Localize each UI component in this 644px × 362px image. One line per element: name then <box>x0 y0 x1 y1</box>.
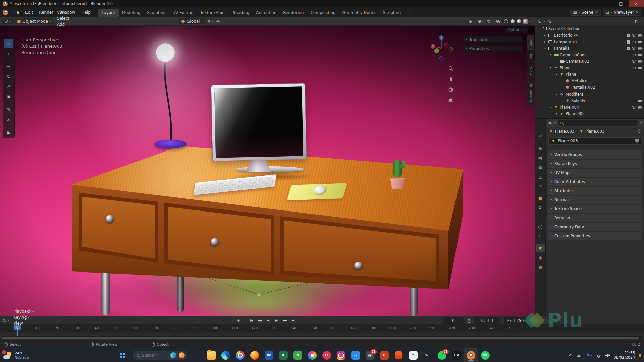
properties-tab-render[interactable]: ◉ <box>536 144 545 153</box>
menu-file[interactable]: File <box>9 9 22 16</box>
drag-handle-icon[interactable]: ⋮⋮ <box>634 171 639 174</box>
search-highlight-icon[interactable] <box>179 352 185 358</box>
properties-tab-output[interactable]: ▤ <box>536 154 545 162</box>
disclosure-icon[interactable]: ▾ <box>555 93 558 96</box>
play-reverse-button[interactable]: ◀ <box>264 317 272 324</box>
panel-texture-space[interactable]: ▸Texture Space⋮⋮ <box>548 205 642 213</box>
checkbox[interactable]: ✓ <box>627 34 630 37</box>
properties-tab-view-layer[interactable]: ▦ <box>536 163 545 171</box>
next-keyframe-button[interactable]: ▶▶ <box>281 317 288 324</box>
weather-widget[interactable]: 1 24°C Nublado <box>3 348 29 362</box>
shading-wireframe-button[interactable] <box>503 19 509 24</box>
taskbar-app-spotify[interactable]: ♪21 <box>435 348 449 362</box>
taskbar-app-blender[interactable] <box>464 348 478 362</box>
scene-selector[interactable]: ▦ ▾ Scene × <box>570 9 601 16</box>
zoom-tool-icon[interactable] <box>448 66 454 72</box>
chevron-down-icon[interactable]: ▾ <box>640 122 642 124</box>
menu-render[interactable]: Render <box>36 9 56 16</box>
workspace-tab-compositing[interactable]: Compositing <box>307 9 339 17</box>
tool-measure[interactable]: ∠ <box>4 115 13 124</box>
properties-search-field[interactable] <box>558 120 638 126</box>
end-frame-field[interactable]: End 250 <box>504 317 527 324</box>
checkbox[interactable]: ✓ <box>627 40 630 44</box>
taskbar-app-opera[interactable]: O <box>319 348 334 362</box>
npanel-tab-view[interactable]: View <box>527 64 534 79</box>
workspace-tab-sculpting[interactable]: Sculpting <box>144 9 169 17</box>
drag-handle-icon[interactable]: ⋮⋮ <box>514 38 520 41</box>
eye-icon[interactable] <box>632 54 636 56</box>
monitor-object[interactable] <box>211 83 307 161</box>
drawer-knob[interactable] <box>211 238 219 246</box>
panel-geometry-data[interactable]: ▸Geometry Data⋮⋮ <box>548 223 642 231</box>
snap-toggle[interactable]: ▾ <box>206 19 214 24</box>
properties-tab-modifiers[interactable]: ⚙ <box>536 203 545 212</box>
workspace-tab-modeling[interactable]: Modeling <box>119 9 144 17</box>
camera-render-toggle-icon[interactable] <box>638 99 642 103</box>
tool-transform[interactable]: ▣ <box>4 92 13 101</box>
outliner-editor-icon[interactable] <box>537 19 541 23</box>
workspace-tab-texture-paint[interactable]: Texture Paint <box>197 9 229 17</box>
gizmos-dropdown[interactable]: ⊕ ▾ <box>477 19 484 24</box>
disclosure-icon[interactable]: ▾ <box>549 66 552 69</box>
disclosure-icon[interactable]: ▾ <box>543 47 547 50</box>
drag-handle-icon[interactable]: ⋮⋮ <box>634 153 639 156</box>
taskbar-app-photos[interactable] <box>305 348 319 362</box>
taskbar-app-firefox[interactable] <box>247 348 262 362</box>
properties-tab-scene[interactable]: △ <box>536 172 545 181</box>
eye-icon[interactable] <box>632 106 636 109</box>
language-indicator[interactable]: ENG <box>584 353 592 357</box>
npanel-tab-tool[interactable]: Tool <box>527 50 534 63</box>
chevron-down-icon[interactable]: ▾ <box>544 20 545 23</box>
camera-render-toggle-icon[interactable] <box>638 59 642 64</box>
breadcrumb-object[interactable]: Plane.003 <box>555 129 574 134</box>
taskbar-app-whatsapp[interactable]: ☎ <box>478 348 492 362</box>
outliner-row-plane-005[interactable]: ▾▼Plane.005 <box>535 111 644 117</box>
panel-color-attributes[interactable]: ▸Color Attributes⋮⋮ <box>548 178 642 186</box>
tool-cursor[interactable]: + <box>4 49 13 58</box>
bing-icon[interactable] <box>170 352 176 358</box>
disclosure-icon[interactable]: ▾ <box>549 53 552 56</box>
taskbar-app-terminal[interactable]: >_ <box>420 348 435 362</box>
tool-scale[interactable]: ↗ <box>4 82 13 91</box>
taskbar-app-word[interactable]: W <box>262 348 276 362</box>
close-button[interactable]: × <box>629 0 644 7</box>
menu-help[interactable]: Help <box>78 9 93 16</box>
panel-shape-keys[interactable]: ▸Shape Keys⋮⋮ <box>548 160 642 168</box>
overlays-dropdown[interactable]: ▾ <box>486 19 494 24</box>
stopwatch-icon[interactable] <box>467 318 472 323</box>
notification-dot[interactable] <box>639 354 641 357</box>
chevron-down-icon[interactable]: ▾ <box>554 122 556 124</box>
play-button[interactable]: ▶ <box>273 317 280 324</box>
eye-icon[interactable] <box>632 47 636 50</box>
taskbar-app-powerpoint[interactable]: P <box>377 348 391 362</box>
drag-handle-icon[interactable]: ⋮⋮ <box>634 225 639 229</box>
taskbar-app-edge[interactable] <box>218 348 233 362</box>
taskbar-app-tradingview[interactable]: TV <box>449 348 464 362</box>
properties-tab-material[interactable]: ◉ <box>536 253 545 262</box>
taskbar-app-file-explorer[interactable] <box>204 348 218 362</box>
prev-keyframe-button[interactable]: ◀◀ <box>256 317 263 324</box>
panel-attributes[interactable]: ▸Attributes⋮⋮ <box>548 187 642 195</box>
jump-to-start-button[interactable]: |◀ <box>248 317 255 324</box>
maximize-button[interactable]: □ <box>613 0 629 7</box>
volume-icon[interactable] <box>605 353 610 358</box>
properties-tab-world[interactable]: ⊕ <box>536 182 545 190</box>
camera-render-toggle-icon[interactable] <box>638 33 642 38</box>
shading-material-button[interactable] <box>516 19 522 24</box>
tool-add-cube[interactable]: ⊞ <box>4 127 13 137</box>
blender-menu-icon[interactable] <box>3 10 8 15</box>
outliner-row-escritorio[interactable]: ▸Escritorio▼6✓ <box>535 32 644 39</box>
xray-toggle[interactable] <box>495 19 501 24</box>
taskbar-search[interactable] <box>133 351 187 360</box>
drawer-knob[interactable] <box>354 262 362 270</box>
shading-solid-button[interactable] <box>510 19 516 24</box>
axis-neg-y-handle[interactable] <box>449 47 453 51</box>
timeline-ruler[interactable]: 0102030405060708090100110120130140150160… <box>0 325 644 332</box>
panel-custom-properties[interactable]: ▸Custom Properties⋮⋮ <box>548 232 642 240</box>
proportional-editing-toggle[interactable]: ◎ <box>215 19 220 24</box>
perspective-toggle-icon[interactable] <box>448 97 454 103</box>
disclosure-icon[interactable]: ▸ <box>543 34 547 37</box>
properties-tab-object-data[interactable]: ▼ <box>536 244 545 252</box>
workspace-tab-geometry-nodes[interactable]: Geometry Nodes <box>339 9 380 17</box>
panel-normals[interactable]: ▸Normals⋮⋮ <box>548 196 642 204</box>
